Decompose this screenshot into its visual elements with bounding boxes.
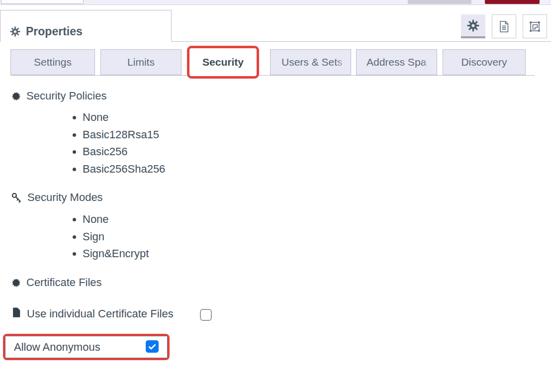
security-modes-header: Security Modes [11, 191, 103, 204]
panel-title-row: Properties [9, 25, 83, 38]
header-toolbar [461, 14, 547, 38]
tab-limits[interactable]: Limits [100, 49, 182, 75]
section-title: Security Modes [27, 191, 103, 204]
gear-icon [466, 19, 480, 32]
tab-users-settings[interactable]: Users & Sets [270, 49, 351, 75]
use-individual-certificate-files-row: Use individual Certificate Files [11, 307, 174, 321]
panel-header: Properties [0, 4, 551, 37]
top-partial-field [1, 0, 84, 4]
gear-icon [9, 26, 21, 37]
certificate-files-header: Certificate Files [11, 276, 102, 289]
security-tab-annotation: Security [187, 46, 259, 79]
use-individual-certificate-files-label: Use individual Certificate Files [27, 307, 174, 320]
security-modes-list: None Sign Sign&Encrypt [72, 211, 149, 263]
checkmark-icon [147, 342, 157, 352]
list-item: Sign [72, 228, 149, 246]
tabstrip-baseline [11, 75, 535, 76]
list-item: Basic256 [72, 143, 165, 161]
allow-anonymous-label: Allow Anonymous [14, 341, 100, 354]
panel-title: Properties [26, 25, 83, 38]
properties-panel: Properties [0, 0, 551, 392]
security-policies-header: Security Policies [11, 90, 106, 102]
top-partial-gray-button[interactable] [408, 0, 471, 4]
tab-label: Discovery [461, 56, 507, 68]
seal-icon [11, 278, 21, 288]
section-title: Security Policies [26, 90, 106, 102]
tab-label: Users & Sets [281, 56, 343, 68]
tab-address-space[interactable]: Address Spa [356, 49, 437, 75]
list-item: Sign&Encrypt [72, 245, 149, 263]
key-icon [11, 192, 22, 203]
tab-label: Address Spa [367, 56, 426, 68]
allow-anonymous-annotation: Allow Anonymous [3, 334, 170, 360]
tab-label: Security [202, 56, 244, 68]
list-item: Basic256Sha256 [72, 161, 165, 178]
list-item: None [72, 109, 165, 126]
tab-settings[interactable]: Settings [10, 49, 95, 75]
group-select-icon [528, 20, 542, 33]
tab-discovery[interactable]: Discovery [443, 49, 526, 75]
toolbar-document-button[interactable] [492, 14, 516, 38]
header-divider [172, 41, 551, 42]
seal-icon [11, 91, 21, 101]
file-icon [11, 307, 22, 321]
properties-header-tab: Properties [0, 10, 172, 42]
tab-security[interactable]: Security [189, 48, 257, 76]
list-item: None [72, 211, 149, 228]
list-item: Basic128Rsa15 [72, 126, 165, 144]
toolbar-group-select-button[interactable] [523, 14, 547, 38]
use-individual-certificate-files-checkbox[interactable] [200, 309, 212, 321]
tab-label: Settings [34, 56, 72, 68]
section-title: Certificate Files [26, 276, 102, 289]
top-partial-red-button[interactable] [485, 0, 540, 4]
tab-strip: Settings Limits Security Users & Sets Ad… [0, 46, 551, 81]
tab-label: Limits [127, 56, 155, 68]
top-chrome-strip [0, 0, 551, 4]
security-policies-list: None Basic128Rsa15 Basic256 Basic256Sha2… [72, 109, 165, 178]
allow-anonymous-checkbox[interactable] [146, 340, 159, 353]
toolbar-properties-button[interactable] [461, 14, 485, 38]
document-icon [497, 20, 511, 33]
